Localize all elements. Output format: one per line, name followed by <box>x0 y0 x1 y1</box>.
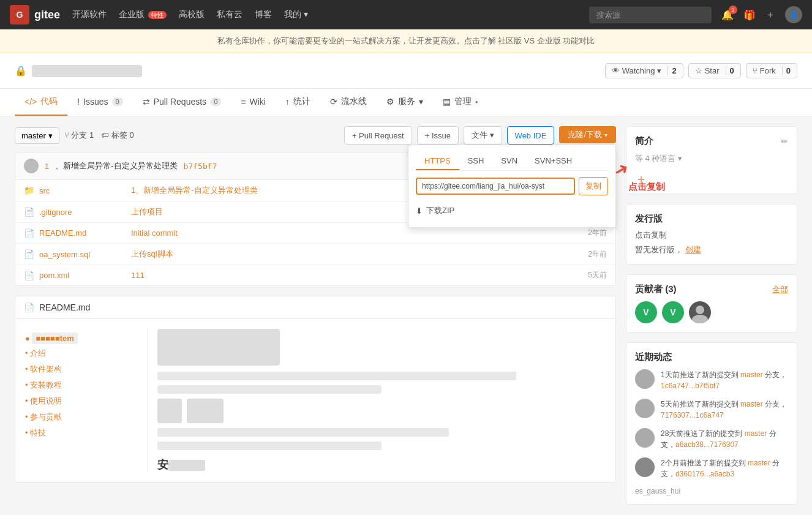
gift-icon[interactable]: 🎁 <box>743 9 756 21</box>
edit-intro-button[interactable]: ✏ <box>781 137 788 146</box>
clone-dropdown-container: 克隆/下载 ▾ HTTPS SSH SVN SVN+SSH 复 <box>559 126 616 145</box>
file-name-sql[interactable]: oa_system.sql <box>39 250 131 259</box>
tab-pipeline[interactable]: ⟳ 流水线 <box>320 89 377 116</box>
tab-wiki[interactable]: ≡ Wiki <box>231 89 276 116</box>
copy-url-button[interactable]: 复制 <box>579 177 608 195</box>
readme-nav-item[interactable]: • 参与贡献 <box>25 412 137 423</box>
clone-dropdown-menu: HTTPS SSH SVN SVN+SSH 复制 ⬇ 下载ZIP <box>408 145 616 228</box>
issue-button[interactable]: + Issue <box>417 126 459 145</box>
chevron-down-icon: ▾ <box>419 97 423 107</box>
file-commit-readme[interactable]: Initial commit <box>131 228 588 238</box>
web-ide-button[interactable]: Web IDE <box>507 126 555 145</box>
recent-branch-link[interactable]: master <box>745 429 767 438</box>
folder-icon: 📁 <box>24 186 34 195</box>
tab-pullrequests[interactable]: ⇄ Pull Requests 0 <box>133 89 231 116</box>
recent-avatar-4 <box>635 457 655 477</box>
nav-blog[interactable]: 博客 <box>255 9 272 20</box>
search-input[interactable] <box>589 7 712 23</box>
logo[interactable]: G gitee <box>10 5 60 24</box>
tab-stats[interactable]: ↑ 统计 <box>276 89 320 116</box>
brand-name: gitee <box>34 9 60 21</box>
clone-download-button[interactable]: 克隆/下载 ▾ <box>559 126 616 143</box>
recent-commit-link[interactable]: 1c6a747...b7f5bf7 <box>661 382 720 390</box>
clone-tab-https[interactable]: HTTPS <box>416 152 459 170</box>
readme-nav-item[interactable]: • 介绍 <box>25 348 137 359</box>
gitee-logo-icon: G <box>10 5 29 24</box>
contributor-avatar-2[interactable]: V <box>662 301 684 323</box>
tab-admin-label: 管理 <box>454 96 472 107</box>
readme-nav-item[interactable]: • 软件架构 <box>25 364 137 375</box>
pr-badge: 0 <box>210 97 221 106</box>
recent-commit-link[interactable]: 7176307...1c6a747 <box>661 411 724 419</box>
user-avatar[interactable]: 👤 <box>785 6 802 23</box>
clone-arrow: ▾ <box>604 132 607 138</box>
nav-university[interactable]: 高校版 <box>179 9 205 20</box>
repo-name <box>32 65 142 77</box>
svg-point-1 <box>692 315 708 323</box>
contributors-all-link[interactable]: 全部 <box>772 284 788 295</box>
file-commit-sql[interactable]: 上传sql脚本 <box>131 249 588 260</box>
file-icon-gitignore: 📄 <box>24 207 34 217</box>
tags-count[interactable]: 🏷 标签 0 <box>101 130 133 141</box>
admin-icon: ▤ <box>443 97 451 107</box>
readme-body: 安 <box>148 329 606 472</box>
recent-branch-link[interactable]: master <box>748 459 770 467</box>
file-name-pom[interactable]: pom.xml <box>39 271 131 280</box>
issues-icon: ! <box>77 97 80 107</box>
notification-icon[interactable]: 🔔 1 <box>721 9 734 21</box>
file-time-sql: 2年前 <box>588 249 607 260</box>
watch-arrow: ▾ <box>657 66 661 75</box>
recent-commit-link[interactable]: a6acb38...7176307 <box>675 440 739 449</box>
recent-activity-item: 28天前推送了新的提交到 master 分支，a6acb38...7176307 <box>635 428 788 450</box>
recent-branch-link[interactable]: master <box>740 370 763 379</box>
readme-nav-item[interactable]: ● ■■■■■tem <box>25 334 137 343</box>
readme-nav-item[interactable]: • 特技 <box>25 427 137 438</box>
fork-button[interactable]: ⑂ Fork 0 <box>746 63 797 78</box>
fork-label: Fork <box>760 66 776 75</box>
tab-code-label: 代码 <box>40 96 58 107</box>
branch-selector[interactable]: master ▾ <box>15 127 59 144</box>
watch-button[interactable]: 👁 Watching ▾ 2 <box>605 63 683 78</box>
nav-enterprise[interactable]: 企业版 特性 <box>119 9 167 20</box>
file-name-src[interactable]: src <box>39 186 131 195</box>
readme-nav-item[interactable]: • 安装教程 <box>25 380 137 391</box>
repo-tabs: </> 代码 ! Issues 0 ⇄ Pull Requests 0 ≡ Wi… <box>0 89 812 116</box>
promo-bar: 私有仓库协作，你可能需要更专业的一站式解决方案，让开发更高效。点击了解 社区版 … <box>0 29 812 53</box>
readme-inline-content <box>157 399 606 423</box>
clone-tab-svn[interactable]: SVN <box>492 152 526 170</box>
download-zip-button[interactable]: ⬇ 下载ZIP <box>416 201 608 220</box>
star-button[interactable]: ☆ Star 0 <box>688 63 741 78</box>
nav-mine[interactable]: 我的 ▾ <box>284 9 308 20</box>
intro-box: 简介 ✏ 等 4 种语言 ▾ ＋ <box>626 126 797 194</box>
recent-activity-item: 1天前推送了新的提交到 master 分支，1c6a747...b7f5bf7 <box>635 369 788 391</box>
file-button[interactable]: 文件 ▾ <box>464 126 502 145</box>
releases-create-link[interactable]: 创建 <box>685 245 701 254</box>
commit-hash[interactable]: b7f5bf7 <box>184 162 217 171</box>
clone-tab-ssh[interactable]: SSH <box>459 152 493 170</box>
tab-admin[interactable]: ▤ 管理 ● <box>433 89 488 116</box>
nav-opensource[interactable]: 开源软件 <box>72 9 107 20</box>
tab-code[interactable]: </> 代码 <box>15 89 67 116</box>
nav-private-cloud[interactable]: 私有云 <box>217 9 242 20</box>
add-topic-button[interactable]: ＋ <box>635 173 647 185</box>
recent-commit-link[interactable]: d360176...a6acb3 <box>675 470 734 478</box>
file-commit-pom[interactable]: 111 <box>131 271 588 280</box>
readme-block <box>187 399 224 423</box>
branch-bar: master ▾ ⑂ 分支 1 🏷 标签 0 + Pull Request + … <box>15 126 616 145</box>
file-name-readme[interactable]: README.md <box>39 228 131 238</box>
clone-url-input[interactable] <box>416 178 575 195</box>
recent-branch-link[interactable]: master <box>740 400 763 408</box>
language-filter-dropdown[interactable]: 等 4 种语言 ▾ <box>635 154 682 163</box>
tab-issues[interactable]: ! Issues 0 <box>67 89 132 116</box>
contributor-avatar-3[interactable] <box>689 301 711 323</box>
pull-request-button[interactable]: + Pull Request <box>344 126 412 145</box>
readme-nav-item[interactable]: • 使用说明 <box>25 396 137 407</box>
contributor-avatar-1[interactable]: V <box>635 301 657 323</box>
branch-count[interactable]: ⑂ 分支 1 <box>64 130 94 141</box>
tab-services[interactable]: ⚙ 服务 ▾ <box>377 89 433 116</box>
plus-icon[interactable]: ＋ <box>765 9 775 21</box>
tab-stats-label: 统计 <box>293 96 310 107</box>
readme-section-title: 安 <box>157 457 606 472</box>
file-name-gitignore[interactable]: .gitignore <box>39 208 131 217</box>
clone-tab-svnplusssh[interactable]: SVN+SSH <box>526 152 581 170</box>
